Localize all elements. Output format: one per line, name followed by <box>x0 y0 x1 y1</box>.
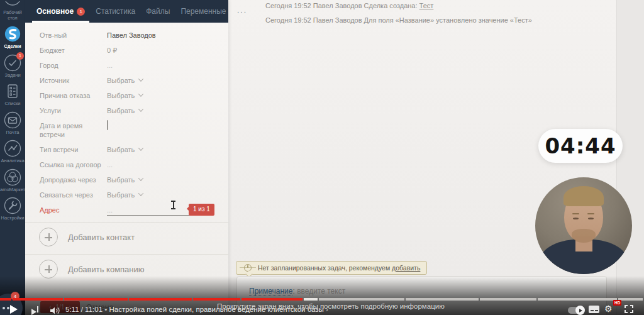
field-date[interactable] <box>107 121 108 139</box>
more-tabs-icon[interactable]: ··· <box>237 7 247 16</box>
sidebar-item-label: Аналитика <box>1 158 24 164</box>
add-contact-button[interactable]: Добавить контакт <box>25 223 228 251</box>
calendar-icon[interactable] <box>107 120 108 130</box>
subtitles-button[interactable] <box>589 306 599 313</box>
field-row-адрес: Адрес...1 из 1 <box>40 206 228 216</box>
video-frame: Рабочий столСделки1ЗадачиСпискиПочтаАнал… <box>0 0 644 315</box>
chevron-down-icon <box>138 76 143 81</box>
error-count-badge: 1 из 1 <box>189 204 214 216</box>
progress-segment[interactable] <box>0 298 11 301</box>
progress-segment[interactable] <box>193 298 240 301</box>
field-input-address[interactable]: ...1 из 1 <box>107 206 209 216</box>
autoplay-toggle[interactable] <box>568 307 584 314</box>
progress-segment[interactable] <box>618 298 643 301</box>
progress-segment[interactable] <box>64 298 127 301</box>
progress-segment[interactable] <box>406 298 479 301</box>
tab-переменные[interactable]: Переменные <box>180 0 226 23</box>
field-value[interactable]: ... <box>107 160 113 169</box>
tasks-banner-add-link[interactable]: добавить <box>392 264 420 272</box>
notification-badge: 1 <box>16 52 24 60</box>
fullscreen-button[interactable] <box>625 305 633 313</box>
progress-segment[interactable] <box>480 298 536 301</box>
deal-panel: Основное1СтатистикаФайлыПеременные··· От… <box>25 0 228 315</box>
field-label: Ссылка на договор <box>40 160 104 169</box>
desktop-icon <box>4 1 21 9</box>
video-progress-bar[interactable] <box>0 298 644 301</box>
field-select[interactable]: Выбрать <box>107 145 143 154</box>
sidebar-item-tasks[interactable]: 1Задачи <box>0 54 25 79</box>
tab-label: Основное <box>36 7 74 16</box>
field-select[interactable]: Выбрать <box>107 76 143 85</box>
field-select[interactable]: Выбрать <box>107 191 143 199</box>
chevron-down-icon <box>138 91 143 96</box>
clipboard-icon <box>4 82 21 100</box>
time-display: 5:11 / 11:01 <box>65 306 103 313</box>
field-label: Отв-ный <box>40 31 104 40</box>
hd-badge: HD <box>613 300 621 306</box>
sidebar-item-label: amoМаркет <box>0 187 25 193</box>
field-label: Город <box>40 61 104 70</box>
sidebar-item-label: Настройки <box>1 216 25 221</box>
next-button[interactable] <box>31 306 38 315</box>
field-value: Павел Заводов <box>107 31 156 40</box>
sidebar-item-mail[interactable]: Почта <box>0 111 25 136</box>
field-select[interactable]: Выбрать <box>107 106 143 115</box>
field-select-value: Выбрать <box>107 106 135 115</box>
progress-segment[interactable] <box>319 298 404 301</box>
field-row-тип-встречи: Тип встречиВыбрать <box>40 145 228 154</box>
tab-label: Переменные <box>180 7 226 16</box>
chart-icon <box>4 140 21 157</box>
field-row-ссылка-на-договор: Ссылка на договор... <box>40 160 228 169</box>
field-label: Услуги <box>40 106 104 115</box>
scroll-hint: Прокрутите экран вниз, чтобы посмотреть … <box>217 302 445 310</box>
field-label: Бюджет <box>40 46 104 55</box>
tab-статистика[interactable]: Статистика <box>96 0 135 23</box>
field-row-источник: ИсточникВыбрать <box>40 76 228 85</box>
progress-segment[interactable] <box>13 298 63 301</box>
mail-icon <box>4 111 21 129</box>
field-select[interactable]: Выбрать <box>107 91 143 100</box>
sidebar-item-deals[interactable]: Сделки <box>0 25 25 50</box>
field-select-value: Выбрать <box>107 76 135 85</box>
field-value[interactable]: 0 ₽ <box>107 46 117 55</box>
avatar-hair <box>564 186 604 206</box>
field-row-бюджет: Бюджет0 ₽ <box>40 46 228 55</box>
field-label: Дата и время встречи <box>40 121 104 139</box>
sidebar-item-desktop[interactable]: Рабочий стол <box>0 1 25 21</box>
tab-файлы[interactable]: Файлы <box>146 0 170 23</box>
tasks-banner-text: Нет запланированных задач, рекомендуем <box>258 264 390 272</box>
field-label: Причина отказа <box>40 91 104 100</box>
sidebar-item-settings[interactable]: Настройки <box>0 197 25 221</box>
avatar-beard <box>572 229 596 243</box>
field-select-value: Выбрать <box>107 175 135 184</box>
chevron-down-icon <box>138 106 143 111</box>
play-button[interactable] <box>10 305 18 314</box>
volume-icon[interactable] <box>50 306 60 315</box>
sidebar-item-analytics[interactable]: Аналитика <box>0 140 25 164</box>
progress-segment[interactable] <box>242 298 303 301</box>
sidebar-item-market[interactable]: amoМаркет <box>0 169 25 193</box>
tab-основное[interactable]: Основное1 <box>36 0 85 23</box>
feed-event-text: Сегодня 19:52 Павел Заводов Сделка созда… <box>265 2 419 9</box>
progress-segment[interactable] <box>538 298 617 301</box>
feed-event: Сегодня 19:52 Павел Заводов Сделка созда… <box>265 2 532 9</box>
sidebar-item-label: Задачи <box>4 73 20 79</box>
progress-segment[interactable] <box>129 298 192 301</box>
settings-gear-icon[interactable]: ⚙ <box>604 303 613 314</box>
deal-tabbar: Основное1СтатистикаФайлыПеременные··· <box>25 0 228 23</box>
progress-segment[interactable] <box>304 298 318 301</box>
event-feed: Сегодня 19:52 Павел Заводов Сделка созда… <box>265 2 532 31</box>
field-value[interactable]: ... <box>107 61 113 70</box>
feed-event-link[interactable]: Тест <box>419 2 434 9</box>
field-label: Источник <box>40 76 104 85</box>
field-select-value: Выбрать <box>107 191 135 199</box>
tab-label: Статистика <box>96 7 135 16</box>
field-label: Связаться через <box>40 191 104 199</box>
field-label: Адрес <box>40 206 104 216</box>
deal-form: Отв-ныйПавел ЗаводовБюджет0 ₽Город...Ист… <box>25 23 228 216</box>
title-dot: • <box>104 306 107 313</box>
sidebar-item-lists[interactable]: Списки <box>0 82 25 107</box>
field-row-отв-ный: Отв-ныйПавел Заводов <box>40 31 228 40</box>
chevron-down-icon <box>138 191 143 196</box>
field-select[interactable]: Выбрать <box>107 175 143 184</box>
